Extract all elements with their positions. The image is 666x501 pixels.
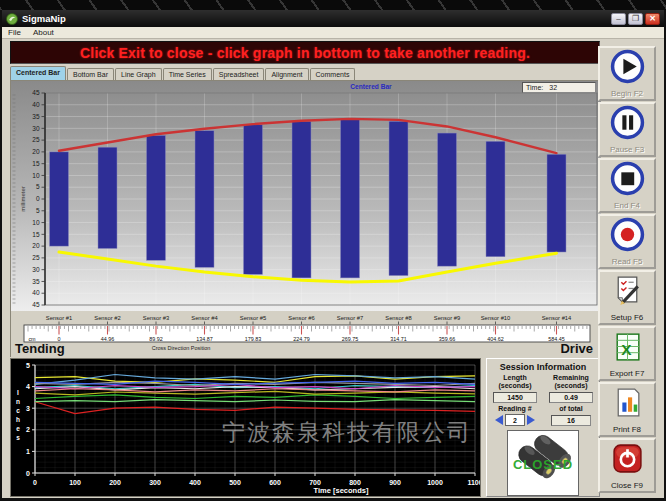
menu-file[interactable]: File: [8, 28, 21, 37]
y-tick-label: 0: [36, 195, 40, 202]
sensor-label: Sensor #14: [542, 315, 572, 321]
trend-x-tick: 900: [389, 479, 401, 486]
trend-x-tick: 800: [349, 479, 361, 486]
y-tick-label: 20: [32, 242, 40, 249]
tab-time-series[interactable]: Time Series: [163, 68, 212, 80]
centered-bar-chart: 45403530252015105051015202530354045milli…: [11, 81, 601, 358]
begin-button[interactable]: Begin F2: [598, 46, 656, 101]
remaining-header: Remaining (seconds): [545, 374, 597, 390]
tab-centered-bar[interactable]: Centered Bar: [10, 66, 66, 80]
nip-status-text: CLOSED: [513, 457, 573, 472]
app-window: SigmaNip – ❐ ✕ File About Click Exit to …: [0, 0, 666, 501]
button-label: Print F8: [613, 425, 641, 434]
setup-icon: [610, 273, 645, 312]
trend-y-tick: 4: [26, 383, 30, 390]
tab-comments[interactable]: Comments: [310, 68, 356, 80]
export-button[interactable]: XExport F7: [598, 326, 656, 381]
y-tick-label: 5: [36, 183, 40, 190]
trend-y-axis-title: I: [17, 389, 19, 396]
sensor-label: Sensor #2: [94, 315, 120, 321]
reading-label: Reading #: [489, 405, 541, 412]
print-icon: [610, 385, 645, 424]
bar-sensor-6: [292, 121, 311, 278]
tab-bottom-bar[interactable]: Bottom Bar: [67, 68, 114, 80]
minimize-button[interactable]: –: [611, 13, 626, 25]
length-header: Length (seconds): [489, 374, 541, 390]
menu-about[interactable]: About: [33, 28, 54, 37]
trend-y-axis-title: s: [16, 434, 20, 441]
read-button[interactable]: Read F5: [598, 214, 656, 269]
chart-title: Centered Bar: [350, 83, 392, 90]
trend-x-tick: 200: [109, 479, 121, 486]
trend-chart[interactable]: 012345Inches0100200300400500600700800900…: [10, 358, 481, 497]
end-button[interactable]: End F4: [598, 158, 656, 213]
trend-y-tick: 1: [26, 448, 30, 455]
reading-prev-icon[interactable]: [495, 415, 503, 425]
trend-x-tick: 600: [269, 479, 281, 486]
tending-side-label: Tending: [15, 341, 65, 356]
bar-sensor-8: [389, 121, 408, 275]
ruler-value: 404.62: [487, 336, 504, 342]
sensor-label: Sensor #7: [337, 315, 363, 321]
y-tick-label: 25: [32, 254, 40, 261]
reading-next-icon[interactable]: [527, 415, 535, 425]
pause-button[interactable]: Pause F3: [598, 102, 656, 157]
button-label: End F4: [614, 201, 640, 210]
ruler-value: 44.96: [101, 336, 115, 342]
ruler-value: 89.92: [149, 336, 163, 342]
reading-number: 2: [505, 414, 525, 426]
ruler-value: 269.75: [342, 336, 359, 342]
time-value: 32: [549, 84, 557, 91]
close-window-button[interactable]: ✕: [645, 13, 660, 25]
trend-x-tick: 500: [229, 479, 241, 486]
y-tick-label: 40: [32, 289, 40, 296]
message-banner: Click Exit to close - click graph in bot…: [10, 41, 600, 64]
close-icon: [610, 441, 645, 480]
sensor-label: Sensor #8: [385, 315, 411, 321]
window-frame-top: [0, 0, 666, 10]
trend-x-tick: 100: [69, 479, 81, 486]
ruler-value: 359.66: [439, 336, 456, 342]
y-tick-label: 5: [36, 207, 40, 214]
y-tick-label: 10: [32, 219, 40, 226]
y-tick-label: 35: [32, 113, 40, 120]
y-tick-label: 20: [32, 148, 40, 155]
tab-line-graph[interactable]: Line Graph: [115, 68, 162, 80]
setup-button[interactable]: Setup F6: [598, 270, 656, 325]
y-tick-label: 30: [32, 266, 40, 273]
ruler-value: 134.87: [196, 336, 213, 342]
restore-button[interactable]: ❐: [628, 13, 643, 25]
length-value: 1450: [493, 392, 537, 403]
print-button[interactable]: Print F8: [598, 382, 656, 437]
y-tick-label: 15: [32, 160, 40, 167]
tab-spreadsheet[interactable]: Spreadsheet: [213, 68, 265, 80]
sensor-label: Sensor #10: [481, 315, 511, 321]
menu-bar: File About: [2, 27, 664, 39]
bar-sensor-4: [195, 131, 214, 268]
close-button[interactable]: Close F9: [598, 438, 656, 493]
trend-y-axis-title: c: [16, 407, 20, 414]
trend-y-tick: 2: [26, 426, 30, 433]
y-tick-label: 30: [32, 125, 40, 132]
trend-x-tick: 400: [189, 479, 201, 486]
y-tick-label: 25: [32, 136, 40, 143]
svg-text:X: X: [621, 341, 632, 358]
banner-text: Click Exit to close - click graph in bot…: [80, 45, 530, 61]
trend-y-axis-title: h: [16, 416, 20, 423]
window-title: SigmaNip: [22, 13, 66, 24]
bar-sensor-1: [50, 152, 69, 246]
stop-icon: [610, 161, 645, 200]
tab-alignment[interactable]: Alignment: [265, 68, 308, 80]
ruler-value: 224.79: [293, 336, 310, 342]
bar-sensor-14: [547, 154, 566, 252]
button-label: Pause F3: [610, 145, 644, 154]
ruler-value: 179.83: [245, 336, 262, 342]
centered-bar-panel: 45403530252015105051015202530354045milli…: [10, 80, 600, 357]
button-label: Begin F2: [611, 89, 643, 98]
rollers-icon: CLOSED: [508, 431, 578, 495]
export-icon: X: [610, 329, 645, 368]
trend-y-axis-title: n: [16, 398, 20, 405]
bar-sensor-9: [438, 133, 457, 266]
play-icon: [610, 49, 645, 88]
time-readout: Time: 32: [522, 82, 596, 93]
